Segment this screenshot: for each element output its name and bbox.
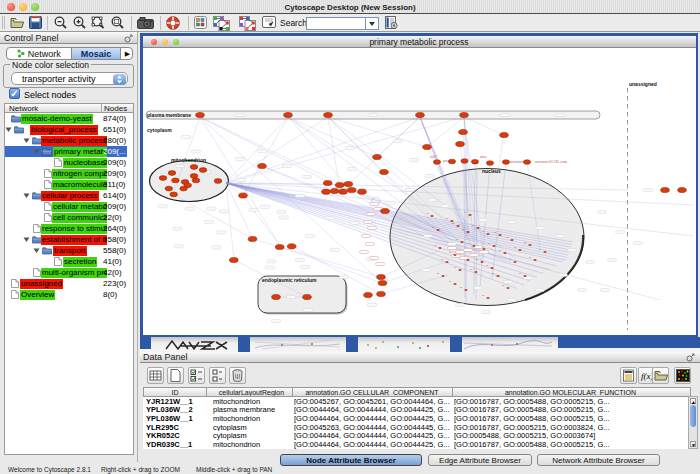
- svg-text:anno: anno: [480, 155, 487, 159]
- svg-text:a.GO: a.GO: [430, 155, 438, 159]
- svg-text:cytoplasm: cytoplasm: [147, 127, 172, 133]
- svg-text:nucleus: nucleus: [482, 168, 501, 174]
- svg-text:endoplasmic reticulum: endoplasmic reticulum: [262, 277, 317, 283]
- svg-text:unassigned: unassigned: [629, 81, 657, 87]
- svg-text:plasma membrane: plasma membrane: [147, 112, 191, 118]
- svg-text:annotation.GO.CEL.comp: annotation.GO.CEL.comp: [535, 159, 567, 163]
- svg-text:mitochondrion: mitochondrion: [171, 157, 206, 163]
